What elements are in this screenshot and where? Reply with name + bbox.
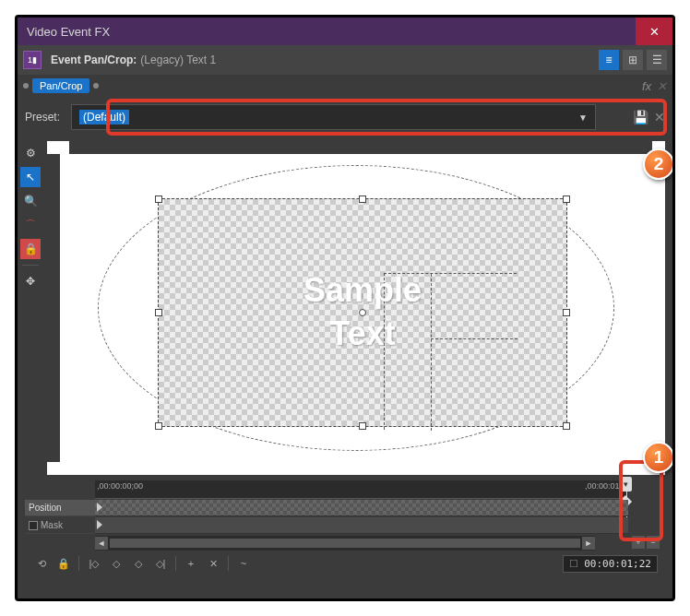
close-button[interactable]: ✕ <box>636 18 672 45</box>
del-kf-button[interactable]: ✕ <box>204 554 222 573</box>
view-list-button[interactable]: ≡ <box>599 50 619 70</box>
sample-text: Sample Text <box>303 269 422 356</box>
handle-b[interactable] <box>359 422 366 430</box>
scrollbar-track[interactable]: ◄ ► <box>95 536 595 551</box>
properties-button[interactable]: ⚙ <box>20 143 41 163</box>
move-icon: ✥ <box>26 275 35 288</box>
pan-crop-chip[interactable]: Pan/Crop <box>32 78 89 93</box>
triangle-left-icon: ◄ <box>98 539 106 548</box>
canvas[interactable]: Sample Text <box>47 141 665 475</box>
annotation-badge-2: 2 <box>643 148 674 180</box>
handle-br[interactable] <box>563 422 570 430</box>
tool-column: ⚙ ↖ 🔍 ⌒ 🔒 ✥ <box>18 137 43 479</box>
kf-add-icon: + <box>188 558 194 569</box>
annotation-badge-1: 1 <box>643 442 674 473</box>
fx-remove-icon[interactable]: ✕ <box>657 79 667 93</box>
time-value: 00:00:01;22 <box>584 558 651 570</box>
grid-icon: ⊞ <box>628 53 637 66</box>
kf-first-icon: |◇ <box>89 558 100 570</box>
handle-tr[interactable] <box>563 195 570 203</box>
next-kf-button[interactable]: ◇ <box>129 554 148 573</box>
handle-l[interactable] <box>155 309 162 316</box>
row-label-position[interactable]: Position <box>25 500 95 516</box>
view-extra-button[interactable]: ☰ <box>647 50 667 70</box>
prev-kf-button[interactable]: ◇ <box>107 554 125 573</box>
sync-cursor-button[interactable]: ⟲ <box>32 554 51 573</box>
lock-icon: 🔒 <box>24 243 38 255</box>
timeline-row-mask: Mask <box>25 517 665 534</box>
first-kf-button[interactable]: |◇ <box>85 554 103 573</box>
curve-icon: ~ <box>241 558 246 569</box>
kf-del-icon: ✕ <box>209 558 218 570</box>
triangle-right-icon: ► <box>585 539 593 548</box>
handle-r[interactable] <box>563 309 570 316</box>
expand-arrow-icon[interactable] <box>97 520 102 529</box>
node-icon[interactable]: 1▮ <box>23 51 42 69</box>
ruler-tick-0: ,00:00:00;00 <box>97 481 143 491</box>
chain-in-dot <box>23 83 29 89</box>
row-track-position[interactable] <box>95 500 628 516</box>
last-kf-button[interactable]: ◇| <box>151 554 170 573</box>
chain-out-dot <box>93 83 99 89</box>
curve-type-button[interactable]: ~ <box>234 554 253 573</box>
kf-next-icon: ◇ <box>135 558 142 570</box>
preset-row: Preset: (Default) ▼ 💾 ✕ <box>18 97 672 137</box>
snap-tool[interactable]: ⌒ <box>20 215 41 235</box>
pointer-icon: ↖ <box>26 171 35 184</box>
timeline-ruler[interactable]: ,00:00:00;00 ,00:00:01;1 <box>95 480 628 499</box>
lock-cursor-button[interactable]: 🔒 <box>54 554 73 573</box>
ruler-vertical <box>47 154 60 462</box>
tool-divider <box>22 265 39 266</box>
fx-icon[interactable]: fx <box>642 79 651 93</box>
title-bar: Video Event FX ✕ <box>18 18 672 45</box>
fx-chain-row: Pan/Crop fx ✕ <box>18 75 672 97</box>
window-title: Video Event FX <box>27 25 110 39</box>
kf-last-icon: ◇| <box>156 558 166 570</box>
magnet-icon: ⌒ <box>25 218 36 233</box>
main-editor: ⚙ ↖ 🔍 ⌒ 🔒 ✥ <box>18 137 672 479</box>
canvas-inner[interactable]: Sample Text <box>60 154 652 462</box>
clock-icon: ☐ <box>569 558 578 570</box>
scroll-right-button[interactable]: ► <box>582 537 595 550</box>
sync-icon: ⟲ <box>38 558 46 570</box>
crop-region[interactable]: Sample Text <box>158 198 567 427</box>
row-label-mask[interactable]: Mask <box>25 517 95 534</box>
scroll-thumb[interactable] <box>110 539 580 548</box>
timeline-toolbar: ⟲ 🔒 |◇ ◇ ◇ ◇| + ✕ ~ ☐ 00:00:01;22 <box>25 551 665 576</box>
timeline-scrollbar: ◄ ► + − <box>25 536 665 551</box>
timeline: ,00:00:00;00 ,00:00:01;1 ▾ Position Mask <box>18 479 672 582</box>
annotation-highlight-2 <box>106 99 667 136</box>
scroll-left-button[interactable]: ◄ <box>95 537 108 550</box>
add-kf-button[interactable]: + <box>182 554 200 573</box>
lock-aspect-tool[interactable]: 🔒 <box>20 239 41 259</box>
timeline-row-position: Position <box>25 500 665 516</box>
list-icon: ≡ <box>605 53 612 66</box>
lock-icon: 🔒 <box>57 558 70 570</box>
kf-prev-icon: ◇ <box>113 558 120 570</box>
ruler-horizontal <box>69 141 652 154</box>
preset-label: Preset: <box>25 111 60 124</box>
move-tool[interactable]: ✥ <box>20 271 41 291</box>
row-track-mask[interactable] <box>95 517 628 534</box>
event-label: Event Pan/Crop: <box>51 53 137 66</box>
handle-t[interactable] <box>359 195 366 203</box>
view-grid-button[interactable]: ⊞ <box>623 50 643 70</box>
close-icon: ✕ <box>649 25 660 39</box>
sub-header: 1▮ Event Pan/Crop: (Legacy) Text 1 ≡ ⊞ ☰ <box>18 45 672 75</box>
zoom-tool[interactable]: 🔍 <box>20 191 41 211</box>
mask-checkbox[interactable] <box>29 521 38 530</box>
current-time-display[interactable]: ☐ 00:00:01;22 <box>563 555 658 573</box>
select-tool[interactable]: ↖ <box>20 167 41 187</box>
handle-tl[interactable] <box>155 195 162 203</box>
zoom-icon: 🔍 <box>24 195 38 207</box>
handle-bl[interactable] <box>155 422 162 430</box>
event-value: (Legacy) Text 1 <box>140 53 216 66</box>
expand-arrow-icon[interactable] <box>97 503 102 512</box>
cog-icon: ⚙ <box>26 147 36 160</box>
